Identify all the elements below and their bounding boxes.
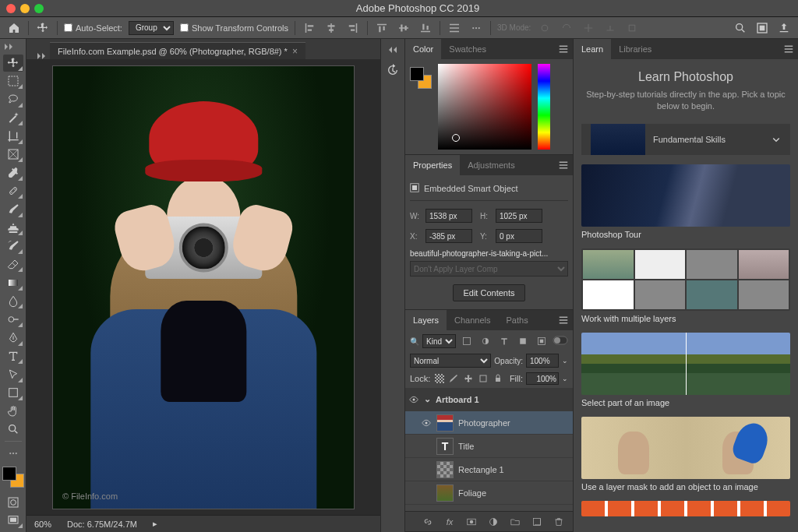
doc-info[interactable]: Doc: 6.75M/24.7M: [67, 520, 137, 529]
edit-toolbar-icon[interactable]: [3, 445, 23, 462]
align-middle-v-icon[interactable]: [396, 20, 411, 36]
tab-learn[interactable]: Learn: [574, 39, 611, 59]
filter-kind-select[interactable]: Kind: [422, 334, 456, 348]
filter-pixel-icon[interactable]: [459, 333, 475, 349]
lock-all-icon[interactable]: [492, 371, 503, 386]
share-icon[interactable]: [776, 20, 792, 36]
more-align-icon[interactable]: [468, 20, 484, 36]
layer-thumbnail[interactable]: T: [436, 438, 454, 455]
healing-tool[interactable]: [3, 183, 23, 200]
auto-select-checkbox[interactable]: Auto-Select:: [64, 23, 122, 33]
align-right-icon[interactable]: [345, 20, 361, 36]
artboard-chevron-icon[interactable]: ⌄: [424, 394, 431, 404]
lock-position-icon[interactable]: [463, 371, 475, 386]
properties-panel-menu-icon[interactable]: [554, 155, 573, 175]
close-window-button[interactable]: [6, 4, 16, 13]
zoom-level[interactable]: 60%: [34, 520, 51, 529]
pen-tool[interactable]: [3, 329, 23, 347]
link-layers-icon[interactable]: [420, 514, 436, 530]
opacity-input[interactable]: [526, 354, 559, 368]
hue-slider[interactable]: [538, 64, 550, 150]
visibility-icon[interactable]: [421, 418, 432, 428]
crop-tool[interactable]: [3, 128, 23, 145]
filter-toggle-icon[interactable]: [553, 336, 568, 347]
layer-style-icon[interactable]: fx: [442, 514, 457, 530]
blend-mode-select[interactable]: Normal: [410, 354, 491, 368]
visibility-icon[interactable]: [408, 395, 419, 404]
gradient-tool[interactable]: [3, 274, 23, 291]
eraser-tool[interactable]: [3, 256, 23, 273]
filter-type-icon[interactable]: [496, 333, 512, 349]
distribute-icon[interactable]: [447, 20, 462, 36]
y-input[interactable]: [496, 229, 542, 243]
filter-adjustment-icon[interactable]: [478, 333, 493, 349]
layer-thumbnail[interactable]: [436, 414, 454, 432]
align-center-h-icon[interactable]: [323, 20, 339, 36]
align-bottom-icon[interactable]: [418, 20, 433, 36]
auto-select-mode-select[interactable]: Group: [129, 21, 174, 35]
lock-transparency-icon[interactable]: [433, 371, 445, 386]
tutorial-layer-mask[interactable]: Use a layer mask to add an object to an …: [581, 417, 790, 491]
tab-color[interactable]: Color: [405, 39, 441, 59]
align-top-icon[interactable]: [374, 20, 390, 36]
tutorial-multiple-layers[interactable]: Work with multiple layers: [581, 248, 790, 323]
screen-mode-icon[interactable]: [3, 513, 23, 530]
tab-swatches[interactable]: Swatches: [441, 39, 494, 59]
minimize-window-button[interactable]: [20, 4, 30, 13]
move-tool-icon[interactable]: [35, 20, 51, 36]
zoom-window-button[interactable]: [34, 4, 44, 13]
frame-tool[interactable]: [3, 146, 23, 164]
color-panel-menu-icon[interactable]: [554, 39, 573, 59]
marquee-tool[interactable]: [3, 73, 23, 90]
new-layer-icon[interactable]: [529, 514, 545, 530]
search-icon[interactable]: [733, 20, 748, 36]
layer-artboard[interactable]: ⌄ Artboard 1: [405, 388, 573, 411]
lock-image-icon[interactable]: [448, 371, 460, 386]
layer-rectangle[interactable]: Rectangle 1: [405, 458, 573, 481]
brush-tool[interactable]: [3, 201, 23, 218]
history-brush-tool[interactable]: [3, 238, 23, 255]
quick-mask-icon[interactable]: [3, 494, 23, 511]
tab-adjustments[interactable]: Adjustments: [460, 155, 523, 175]
foreground-background-swatch[interactable]: [2, 467, 24, 488]
tutorial-select-part[interactable]: Select part of an image: [581, 333, 790, 407]
tab-layers[interactable]: Layers: [405, 310, 447, 330]
close-tab-icon[interactable]: ×: [292, 46, 298, 57]
new-group-icon[interactable]: [507, 514, 523, 530]
adjustment-layer-icon[interactable]: [486, 514, 501, 530]
dodge-tool[interactable]: [3, 311, 23, 328]
filter-smart-icon[interactable]: [534, 333, 549, 349]
color-field[interactable]: [438, 64, 531, 150]
layer-thumbnail[interactable]: [436, 484, 454, 502]
x-input[interactable]: [425, 229, 472, 243]
tab-paths[interactable]: Paths: [499, 310, 536, 330]
filter-kind-icon[interactable]: 🔍: [410, 337, 419, 346]
show-transform-checkbox[interactable]: Show Transform Controls: [180, 23, 288, 33]
zoom-tool[interactable]: [3, 421, 23, 439]
layer-photographer[interactable]: Photographer: [405, 411, 573, 435]
tab-properties[interactable]: Properties: [405, 155, 460, 175]
lasso-tool[interactable]: [3, 91, 23, 108]
tab-expand-icon[interactable]: [33, 53, 50, 59]
height-input[interactable]: [496, 209, 542, 223]
workspace-icon[interactable]: [754, 20, 770, 36]
hand-tool[interactable]: [3, 403, 23, 420]
width-input[interactable]: [425, 209, 472, 223]
expand-panel-icon[interactable]: [389, 45, 397, 55]
learn-section[interactable]: Fundamental Skills: [581, 124, 790, 155]
filter-shape-icon[interactable]: [515, 333, 531, 349]
tab-libraries[interactable]: Libraries: [611, 39, 659, 59]
canvas-viewport[interactable]: Artboard 1 © FileInfo.com: [26, 59, 380, 515]
shape-tool[interactable]: [3, 385, 23, 402]
document-tab[interactable]: FileInfo.com Example.psd @ 60% (Photogra…: [50, 42, 305, 60]
move-tool[interactable]: [3, 55, 23, 72]
align-left-icon[interactable]: [302, 20, 317, 36]
color-fg-bg-swatch[interactable]: [410, 67, 432, 89]
history-panel-icon[interactable]: [385, 62, 401, 78]
layer-foliage[interactable]: Foliage: [405, 481, 573, 505]
learn-panel-menu-icon[interactable]: [779, 39, 798, 59]
magic-wand-tool[interactable]: [3, 110, 23, 127]
tab-channels[interactable]: Channels: [447, 310, 498, 330]
clone-stamp-tool[interactable]: [3, 220, 23, 237]
path-selection-tool[interactable]: [3, 366, 23, 383]
